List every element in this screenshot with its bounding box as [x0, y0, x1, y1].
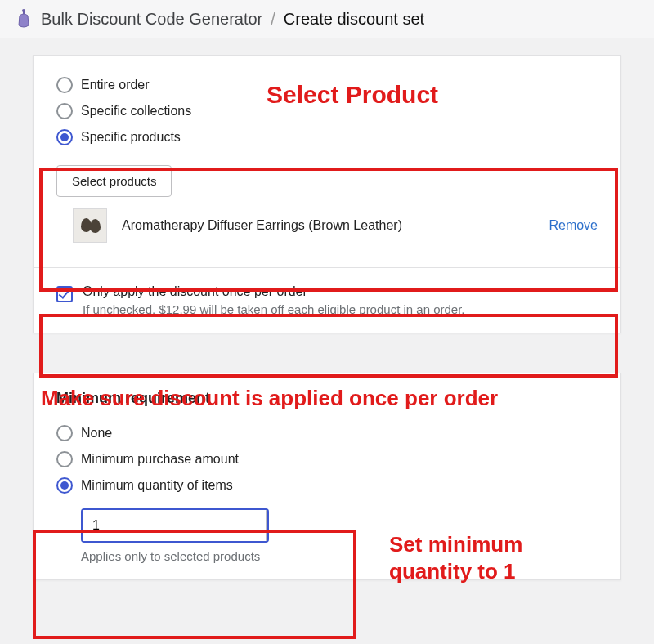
radio-specific-collections-label: Specific collections — [81, 104, 191, 119]
breadcrumb: Bulk Discount Code Generator / Create di… — [0, 0, 654, 38]
qty-spinners: ▲ ▼ — [266, 510, 269, 541]
radio-specific-products-label: Specific products — [81, 130, 181, 145]
select-products-button[interactable]: Select products — [56, 165, 172, 197]
min-qty-field: ▲ ▼ — [81, 508, 269, 543]
breadcrumb-app[interactable]: Bulk Discount Code Generator — [41, 10, 262, 29]
radio-min-none[interactable] — [56, 425, 73, 441]
radio-min-amount-label: Minimum purchase amount — [81, 452, 239, 467]
minimum-requirement-title: Minimum requirement — [56, 390, 598, 407]
radio-min-qty-label: Minimum quantity of items — [81, 478, 233, 493]
radio-specific-collections[interactable] — [56, 103, 73, 119]
radio-specific-products[interactable] — [56, 129, 73, 145]
product-name: Aromatherapy Diffuser Earrings (Brown Le… — [122, 218, 534, 233]
svg-point-0 — [22, 9, 25, 12]
minimum-requirement-card: Minimum requirement None Minimum purchas… — [33, 373, 621, 580]
product-thumbnail — [73, 208, 107, 243]
once-per-order-checkbox[interactable] — [56, 286, 73, 302]
qty-step-up[interactable]: ▲ — [267, 510, 269, 526]
radio-min-amount[interactable] — [56, 451, 73, 467]
remove-product-link[interactable]: Remove — [549, 218, 598, 233]
applies-to-card: Entire order Specific collections Specif… — [33, 55, 621, 333]
breadcrumb-separator: / — [271, 10, 275, 29]
radio-min-none-label: None — [81, 426, 112, 441]
radio-entire-order-label: Entire order — [81, 78, 150, 92]
once-per-order-label: Only apply the discount once per order — [83, 284, 465, 299]
app-icon — [15, 8, 33, 29]
qty-step-down[interactable]: ▼ — [267, 526, 269, 542]
min-qty-helper: Applies only to selected products — [81, 549, 598, 563]
breadcrumb-current: Create discount set — [284, 10, 424, 29]
once-per-order-helper: If unchecked, $12.99 will be taken off e… — [83, 302, 465, 316]
radio-min-qty[interactable] — [56, 477, 73, 494]
min-qty-input[interactable] — [83, 510, 266, 541]
radio-entire-order[interactable] — [56, 77, 73, 93]
